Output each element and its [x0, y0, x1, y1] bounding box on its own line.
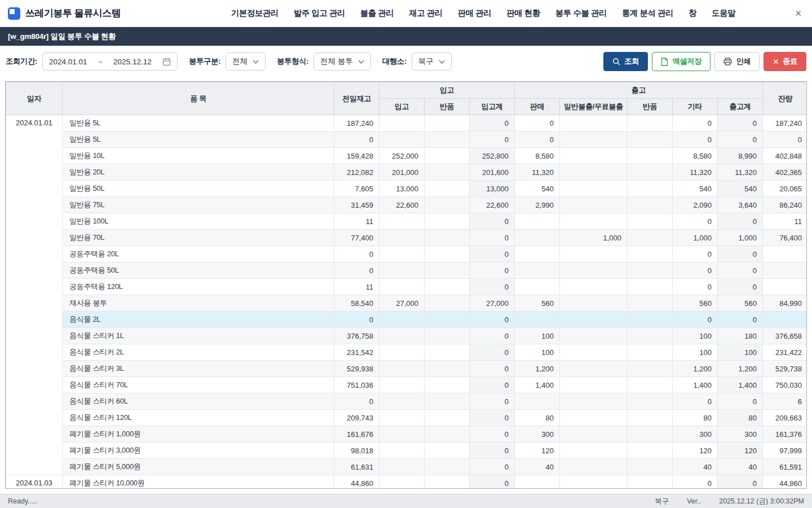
cell-issue[interactable] — [560, 410, 628, 426]
cell-remain[interactable]: 187,240 — [763, 115, 807, 132]
menu-item-6[interactable]: 봉투 수불 관리 — [555, 8, 607, 19]
cell-out-return[interactable] — [628, 295, 673, 312]
cell-item[interactable]: 일반용 5L — [63, 132, 334, 148]
excel-save-button[interactable]: 엑셀저장 — [652, 52, 710, 71]
cell-out-return[interactable] — [628, 246, 673, 262]
cell-out-return[interactable] — [628, 197, 673, 213]
cell-remain[interactable]: 529,738 — [763, 361, 807, 377]
cell-issue[interactable] — [560, 164, 628, 181]
cell-issue[interactable] — [560, 213, 628, 230]
cell-out-return[interactable] — [628, 377, 673, 393]
cell-in-total[interactable]: 27,000 — [470, 295, 515, 312]
cell-in-total[interactable]: 252,800 — [470, 148, 515, 164]
cell-in[interactable]: 22,600 — [379, 197, 425, 213]
menu-item-5[interactable]: 판매 현황 — [506, 8, 540, 19]
cell-prev-stock[interactable]: 77,400 — [334, 230, 379, 246]
cell-in-total[interactable]: 0 — [470, 132, 515, 148]
cell-etc[interactable]: 0 — [673, 246, 718, 262]
cell-sale[interactable]: 300 — [515, 426, 560, 443]
cell-out-total[interactable]: 0 — [718, 475, 763, 489]
cell-prev-stock[interactable]: 209,743 — [334, 410, 379, 426]
cell-sale[interactable]: 40 — [515, 459, 560, 475]
cell-out-total[interactable]: 120 — [718, 443, 763, 459]
cell-in-return[interactable] — [425, 361, 470, 377]
cell-item[interactable]: 폐기물 스티커 1,000원 — [63, 426, 334, 443]
table-row[interactable]: 폐기물 스티커 1,000원161,6760300300300161,376 — [6, 426, 807, 443]
cell-in-total[interactable]: 0 — [470, 115, 515, 132]
cell-item[interactable]: 음식물 스티커 60L — [63, 393, 334, 410]
cell-in-return[interactable] — [425, 132, 470, 148]
cell-issue[interactable] — [560, 279, 628, 295]
cell-issue[interactable] — [560, 475, 628, 489]
cell-in-return[interactable] — [425, 230, 470, 246]
cell-out-total[interactable]: 300 — [718, 426, 763, 443]
cell-in[interactable] — [379, 443, 425, 459]
cell-out-return[interactable] — [628, 312, 673, 328]
cell-sale[interactable]: 0 — [515, 132, 560, 148]
bag-type-select[interactable]: 전체 — [226, 52, 266, 71]
cell-etc[interactable]: 0 — [673, 393, 718, 410]
cell-etc[interactable]: 0 — [673, 213, 718, 230]
table-row[interactable]: 음식물 스티커 70L751,03601,4001,4001,400750,03… — [6, 377, 807, 393]
table-row[interactable]: 일반용 10L159,428252,000252,8008,5808,5808,… — [6, 148, 807, 164]
cell-issue[interactable] — [560, 197, 628, 213]
cell-in[interactable] — [379, 115, 425, 132]
cell-sale[interactable]: 540 — [515, 181, 560, 197]
cell-prev-stock[interactable]: 0 — [334, 132, 379, 148]
cell-issue[interactable] — [560, 328, 628, 344]
cell-in[interactable] — [379, 279, 425, 295]
cell-prev-stock[interactable]: 159,428 — [334, 148, 379, 164]
menu-item-8[interactable]: 창 — [689, 8, 696, 19]
cell-out-return[interactable] — [628, 181, 673, 197]
cell-in-total[interactable]: 0 — [470, 377, 515, 393]
cell-in-total[interactable]: 13,000 — [470, 181, 515, 197]
cell-out-total[interactable]: 0 — [718, 213, 763, 230]
cell-item[interactable]: 폐기물 스티커 10,000원 — [63, 475, 334, 489]
table-row[interactable]: 일반용 75L31,45922,60022,6002,9902,0903,640… — [6, 197, 807, 213]
date-to-value[interactable]: 2025.12.12 — [113, 58, 152, 66]
cell-out-return[interactable] — [628, 230, 673, 246]
cell-issue[interactable] — [560, 361, 628, 377]
cell-in-total[interactable]: 0 — [470, 262, 515, 279]
cell-in[interactable] — [379, 410, 425, 426]
cell-issue[interactable] — [560, 393, 628, 410]
table-row[interactable]: 일반용 5L000000 — [6, 132, 807, 148]
cell-etc[interactable]: 0 — [673, 132, 718, 148]
cell-prev-stock[interactable]: 187,240 — [334, 115, 379, 132]
cell-in-total[interactable]: 0 — [470, 426, 515, 443]
cell-item[interactable]: 음식물 스티커 3L — [63, 361, 334, 377]
cell-in[interactable] — [379, 361, 425, 377]
menu-item-7[interactable]: 통계 분석 관리 — [622, 8, 673, 19]
cell-sale[interactable]: 120 — [515, 443, 560, 459]
cell-etc[interactable]: 40 — [673, 459, 718, 475]
cell-in[interactable] — [379, 246, 425, 262]
cell-issue[interactable]: 1,000 — [560, 230, 628, 246]
cell-out-total[interactable]: 1,200 — [718, 361, 763, 377]
cell-item[interactable]: 일반용 70L — [63, 230, 334, 246]
cell-out-total[interactable]: 80 — [718, 410, 763, 426]
cell-in-total[interactable]: 0 — [470, 344, 515, 361]
cell-in-total[interactable]: 0 — [470, 459, 515, 475]
table-row[interactable]: 2024.01.01일반용 5L187,2400000187,240 — [6, 115, 807, 132]
cell-in-total[interactable]: 22,600 — [470, 197, 515, 213]
cell-remain[interactable]: 20,065 — [763, 181, 807, 197]
cell-out-return[interactable] — [628, 132, 673, 148]
cell-in-total[interactable]: 0 — [470, 230, 515, 246]
cell-item[interactable]: 음식물 스티커 2L — [63, 344, 334, 361]
cell-issue[interactable] — [560, 246, 628, 262]
cell-remain[interactable] — [763, 262, 807, 279]
cell-prev-stock[interactable]: 161,676 — [334, 426, 379, 443]
table-row[interactable]: 일반용 50L7,60513,00013,00054054054020,065 — [6, 181, 807, 197]
cell-remain[interactable] — [763, 312, 807, 328]
cell-in-return[interactable] — [425, 328, 470, 344]
cell-out-total[interactable]: 11,320 — [718, 164, 763, 181]
table-row[interactable]: 음식물 스티커 1L376,7580100100180376,658 — [6, 328, 807, 344]
cell-in[interactable] — [379, 426, 425, 443]
cell-item[interactable]: 일반용 5L — [63, 115, 334, 132]
cell-issue[interactable] — [560, 295, 628, 312]
menu-item-1[interactable]: 발주 입고 관리 — [294, 8, 345, 19]
cell-sale[interactable]: 1,400 — [515, 377, 560, 393]
cell-out-return[interactable] — [628, 393, 673, 410]
cell-in-return[interactable] — [425, 246, 470, 262]
cell-in-return[interactable] — [425, 459, 470, 475]
